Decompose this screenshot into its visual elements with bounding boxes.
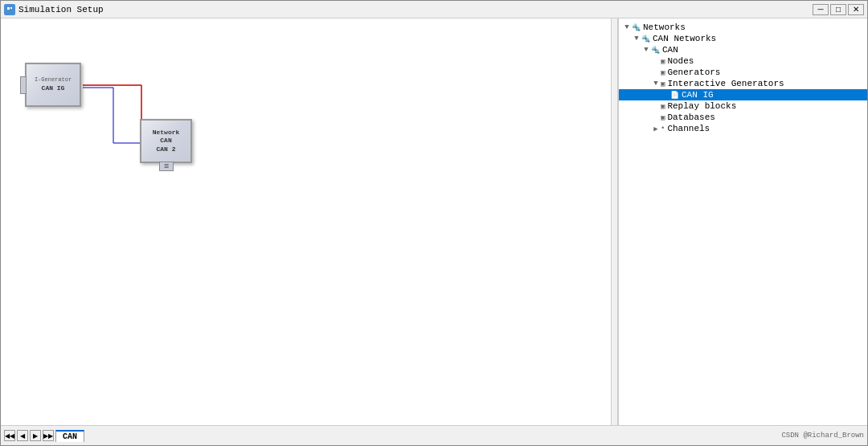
networks-icon: 🔩 xyxy=(632,23,641,32)
tree-item-interactive-gen[interactable]: ▼ ▣ Interactive Generators xyxy=(619,78,867,89)
generator-node[interactable]: I-Generator CAN IG xyxy=(25,63,81,107)
canvas-area[interactable]: I-Generator CAN IG Network CAN CAN 2 ☰ xyxy=(1,18,618,425)
title-bar-buttons: ─ □ ✕ xyxy=(813,4,864,15)
generator-label: CAN IG xyxy=(42,84,65,92)
can-ig-icon: 📄 xyxy=(670,91,679,100)
network-connector: ☰ xyxy=(159,162,174,171)
channels-label: Channels xyxy=(667,124,710,133)
expand-generators xyxy=(651,68,661,76)
can-label: CAN xyxy=(662,45,678,55)
generators-label: Generators xyxy=(667,68,720,77)
tree-item-replay-blocks[interactable]: ▣ Replay blocks xyxy=(619,100,867,112)
tab-navigation: ◀◀ ◀ ▶ ▶▶ CAN xyxy=(4,430,84,442)
svg-rect-2 xyxy=(10,7,12,9)
nav-next-button[interactable]: ▶ xyxy=(30,430,41,441)
expand-databases xyxy=(651,113,661,121)
title-bar-left: Simulation Setup xyxy=(4,4,104,15)
content-area: I-Generator CAN IG Network CAN CAN 2 ☰ xyxy=(1,18,867,425)
tree-item-can[interactable]: ▼ 🔩 CAN xyxy=(619,44,867,55)
network-label-1: Network xyxy=(153,129,180,137)
networks-label: Networks xyxy=(643,23,686,32)
generators-icon: ▣ xyxy=(661,68,665,77)
replay-blocks-label: Replay blocks xyxy=(667,101,736,111)
channels-icon: • xyxy=(661,125,665,133)
nav-first-button[interactable]: ◀◀ xyxy=(4,430,15,441)
tree-item-networks[interactable]: ▼ 🔩 Networks xyxy=(619,22,867,33)
expand-replay-blocks xyxy=(651,102,661,110)
replay-blocks-icon: ▣ xyxy=(661,102,665,111)
can-networks-label: CAN Networks xyxy=(653,34,716,43)
nav-prev-button[interactable]: ◀ xyxy=(17,430,28,441)
expand-can: ▼ xyxy=(641,46,651,54)
tree-view[interactable]: ▼ 🔩 Networks ▼ 🔩 CAN Networks ▼ 🔩 CAN xyxy=(619,18,867,425)
vertical-scrollbar[interactable] xyxy=(611,18,617,425)
network-node[interactable]: Network CAN CAN 2 ☰ xyxy=(140,119,192,163)
tab-can[interactable]: CAN xyxy=(55,430,84,442)
interactive-gen-icon: ▣ xyxy=(661,80,665,88)
expand-nodes xyxy=(651,57,661,65)
expand-can-networks: ▼ xyxy=(632,35,641,43)
tree-item-generators[interactable]: ▣ Generators xyxy=(619,67,867,78)
close-button[interactable]: ✕ xyxy=(848,4,864,15)
window-title: Simulation Setup xyxy=(18,5,104,14)
generator-top-label: I-Generator xyxy=(35,76,72,83)
expand-can-ig xyxy=(661,91,670,99)
diagram-canvas: I-Generator CAN IG Network CAN CAN 2 ☰ xyxy=(1,18,617,425)
wire-overlay xyxy=(1,18,617,425)
expand-networks: ▼ xyxy=(622,23,632,31)
title-bar: Simulation Setup ─ □ ✕ xyxy=(1,1,867,18)
status-bar: ◀◀ ◀ ▶ ▶▶ CAN CSDN @Richard_Brown xyxy=(1,425,867,445)
network-label-2: CAN xyxy=(160,137,171,145)
can-ig-label: CAN IG xyxy=(682,90,714,100)
tree-item-channels[interactable]: ▶ • Channels xyxy=(619,123,867,134)
tree-item-can-networks[interactable]: ▼ 🔩 CAN Networks xyxy=(619,33,867,44)
nodes-label: Nodes xyxy=(667,56,694,66)
tree-item-databases[interactable]: ▣ Databases xyxy=(619,112,867,123)
can-icon: 🔩 xyxy=(651,46,660,55)
nodes-icon: ▣ xyxy=(661,57,665,66)
expand-interactive-gen: ▼ xyxy=(651,80,661,88)
svg-rect-1 xyxy=(7,7,10,10)
tree-item-nodes[interactable]: ▣ Nodes xyxy=(619,55,867,67)
app-icon xyxy=(4,4,15,15)
interactive-gen-label: Interactive Generators xyxy=(667,79,784,88)
databases-label: Databases xyxy=(667,113,714,122)
tree-item-can-ig[interactable]: 📄 CAN IG xyxy=(619,89,867,100)
network-label-3: CAN 2 xyxy=(156,145,175,153)
expand-channels: ▶ xyxy=(651,125,661,133)
main-window: Simulation Setup ─ □ ✕ xyxy=(0,0,868,446)
copyright-text: CSDN @Richard_Brown xyxy=(781,432,864,440)
maximize-button[interactable]: □ xyxy=(830,4,846,15)
right-panel: ▼ 🔩 Networks ▼ 🔩 CAN Networks ▼ 🔩 CAN xyxy=(618,18,867,425)
can-networks-icon: 🔩 xyxy=(641,35,650,43)
minimize-button[interactable]: ─ xyxy=(813,4,829,15)
databases-icon: ▣ xyxy=(661,113,665,122)
nav-last-button[interactable]: ▶▶ xyxy=(43,430,54,441)
